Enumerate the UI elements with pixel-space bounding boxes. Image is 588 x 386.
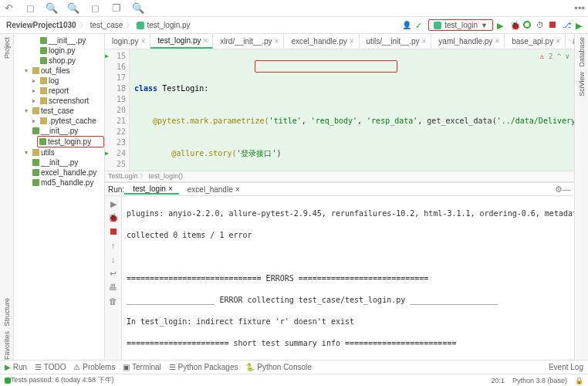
close-icon[interactable]: × <box>495 37 499 46</box>
bottom-tab[interactable]: ☰ Python Packages <box>169 363 238 371</box>
zoom-out-icon[interactable] <box>68 3 79 14</box>
tests-passed-label: Tests passed: 6 (today 4:58 下午) <box>11 375 114 385</box>
breadcrumb-project[interactable]: ReviewProject1030 <box>3 21 79 29</box>
tree-folder[interactable]: ▾test_case <box>14 106 104 116</box>
chevron-down-icon: ▼ <box>481 22 488 29</box>
debug-icon[interactable]: 🐞 <box>510 21 519 30</box>
debug-rerun-icon[interactable]: 🐞 <box>108 212 119 223</box>
build-icon[interactable]: ✓ <box>415 21 424 30</box>
bottom-tab[interactable]: 🐍 Python Console <box>245 363 311 371</box>
trash-icon[interactable]: 🗑 <box>108 296 119 306</box>
project-tree[interactable]: __init__.py login.py shop.py ▾out_files … <box>14 34 105 360</box>
python-interpreter[interactable]: Python 3.8 (base) <box>512 377 567 384</box>
search-icon[interactable] <box>133 3 144 14</box>
editor-breadcrumb[interactable]: TestLogin 〉 test_login() <box>105 171 574 182</box>
bottom-tool-tabs: ▶ Run☰ TODO⚠ Problems▣ Terminal☰ Python … <box>0 360 588 374</box>
soft-wrap-icon[interactable]: ↩ <box>108 268 119 279</box>
undo-icon[interactable] <box>3 3 14 14</box>
tree-file[interactable]: shop.py <box>14 56 104 66</box>
coverage-icon[interactable] <box>523 21 532 30</box>
highlight-parametrize-args <box>255 60 397 73</box>
close-icon[interactable]: × <box>421 37 426 46</box>
tree-folder[interactable]: ▸report <box>14 86 104 96</box>
zoom-in-icon[interactable] <box>46 3 57 14</box>
pytest-icon <box>434 22 441 29</box>
breadcrumb-folder[interactable]: test_case <box>87 21 127 29</box>
tool-window-structure[interactable]: Structure <box>3 298 11 327</box>
tests-passed-icon <box>5 378 11 384</box>
minimize-icon[interactable]: — <box>563 185 571 194</box>
editor-area[interactable]: ⚠2 ^ ∨ class TestLogin: @pytest.mark.par… <box>130 49 574 171</box>
close-icon[interactable]: × <box>275 37 279 46</box>
bottom-tab[interactable]: ▶ Run <box>5 363 27 371</box>
tree-file[interactable]: login.py <box>14 46 104 56</box>
git-icon[interactable]: ⎇ <box>563 21 572 30</box>
run-label: Run: <box>108 185 124 194</box>
editor-tabs: login.py×test_login.py×xlrd/__init__.py×… <box>105 34 574 49</box>
tool-window-sciview[interactable]: SciView <box>578 72 586 96</box>
event-log-button[interactable]: Event Log <box>549 363 583 371</box>
bottom-tab[interactable]: ▣ Terminal <box>123 363 161 371</box>
close-icon[interactable]: × <box>140 37 145 46</box>
editor-tab[interactable]: xlrd/__init__.py× <box>213 34 284 49</box>
tool-icon-3[interactable] <box>111 3 122 14</box>
editor-tab[interactable]: base_api.py× <box>505 34 566 49</box>
tool-window-database[interactable]: Database <box>578 37 586 67</box>
toolbar-overflow-icon[interactable]: ••• <box>574 2 585 14</box>
run-tab-test-login[interactable]: test_login× <box>124 185 179 195</box>
tree-file[interactable]: __init__.py <box>14 126 104 136</box>
tool-window-project[interactable]: Project <box>3 37 11 59</box>
close-icon[interactable]: × <box>203 36 208 45</box>
run-icon[interactable]: ▶ <box>497 21 506 30</box>
editor-tab[interactable]: test_login.py× <box>150 34 213 49</box>
tree-file[interactable]: excel_handle.py <box>14 168 104 178</box>
tree-file[interactable]: __init__.py <box>14 36 104 46</box>
editor-tab[interactable]: api.py× <box>566 34 574 49</box>
bottom-tab[interactable]: ⚠ Problems <box>73 363 115 371</box>
caret-position[interactable]: 20:1 <box>491 377 505 384</box>
editor-gutter: ▶151617181920212223▶2425 <box>105 49 130 171</box>
tree-file-active[interactable]: test_login.py <box>37 136 104 147</box>
stop-icon[interactable] <box>549 21 559 30</box>
user-icon[interactable]: 👤 <box>402 21 411 30</box>
profile-icon[interactable]: ⏱ <box>536 21 546 30</box>
editor-tab[interactable]: utils/__init__.py× <box>360 34 432 49</box>
editor-tab[interactable]: excel_handle.py× <box>284 34 359 49</box>
close-icon[interactable]: × <box>350 37 354 46</box>
run-toolbar: ▶ 🐞 ↑ ↓ ↩ 🖶 🗑 <box>105 196 122 360</box>
rerun-icon[interactable]: ▶ <box>108 198 119 209</box>
tree-folder[interactable]: ▸log <box>14 76 104 86</box>
tree-file[interactable]: __init__.py <box>14 157 104 168</box>
run-toolwindow-header: Run: test_login× excel_handle× ⚙ — <box>105 182 574 196</box>
attach-icon[interactable]: ▶ <box>576 21 585 30</box>
editor-tab[interactable]: yaml_handle.py× <box>431 34 505 49</box>
run-config-selector[interactable]: test_login ▼ <box>428 19 493 31</box>
gear-icon[interactable]: ⚙ <box>555 185 563 195</box>
tree-folder[interactable]: ▾utils <box>14 147 104 157</box>
print-icon[interactable]: 🖶 <box>108 282 119 293</box>
run-tab-excel-handle[interactable]: excel_handle× <box>179 185 246 194</box>
bottom-tab[interactable]: ☰ TODO <box>35 363 66 371</box>
lock-icon[interactable]: 🔒 <box>575 377 583 384</box>
editor-tab[interactable]: login.py× <box>105 34 150 49</box>
tree-folder[interactable]: ▾out_files <box>14 66 104 76</box>
breadcrumb-file[interactable]: test_login.py <box>133 21 193 29</box>
close-icon[interactable]: × <box>556 37 560 46</box>
run-config-name: test_login <box>444 21 478 29</box>
console-output[interactable]: plugins: anyio-2.2.0, allure-pytest-2.9.… <box>122 196 574 360</box>
tool-window-favorites[interactable]: Favorites <box>3 331 11 360</box>
tool-icon-2[interactable] <box>90 3 100 14</box>
tree-file[interactable]: md5_handle.py <box>14 178 104 188</box>
stop-run-icon[interactable] <box>108 226 119 237</box>
up-icon[interactable]: ↑ <box>108 240 119 251</box>
tree-folder[interactable]: ▸.pytest_cache <box>14 116 104 126</box>
down-icon[interactable]: ↓ <box>108 254 119 265</box>
tree-folder[interactable]: ▸screenshort <box>14 96 104 106</box>
tool-icon-1[interactable] <box>25 3 35 14</box>
